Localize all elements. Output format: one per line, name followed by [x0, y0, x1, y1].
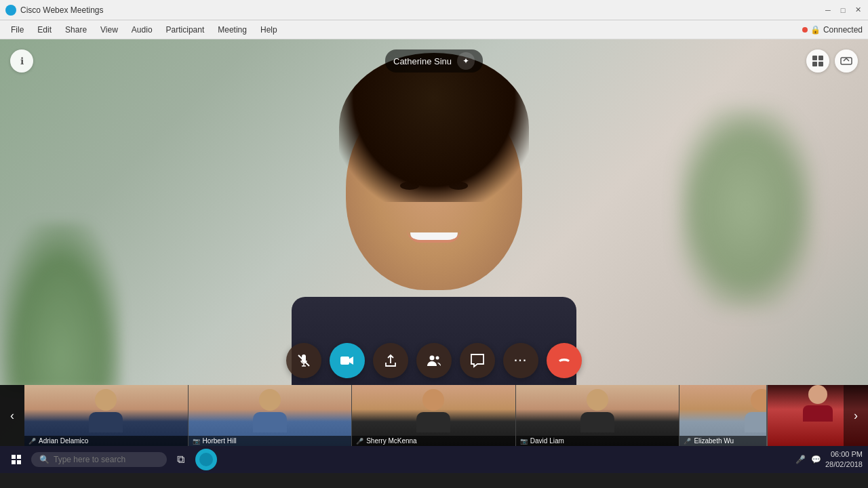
- app-icon: [5, 5, 16, 16]
- hair: [339, 53, 529, 202]
- svg-point-10: [436, 357, 439, 360]
- taskbar-icons: ⧉: [171, 449, 217, 470]
- window-controls: ─ □ ✕: [823, 5, 863, 15]
- thumb-name-5: Elizabeth Wu: [694, 437, 734, 445]
- info-button[interactable]: ℹ: [10, 49, 33, 73]
- grid-view-button[interactable]: [806, 49, 829, 73]
- thumbnail-4[interactable]: 📷 David Liam: [516, 385, 680, 446]
- speaker-name: Catherine Sinu: [393, 56, 452, 66]
- thumb-label-3: 🎤 Sherry McKenna: [352, 436, 515, 446]
- minimize-button[interactable]: ─: [823, 5, 833, 15]
- video-button[interactable]: [330, 343, 365, 378]
- more-button[interactable]: ···: [503, 343, 538, 378]
- self-head: [808, 385, 827, 404]
- svg-rect-1: [818, 56, 823, 60]
- app-title: Cisco Webex Meetings: [20, 5, 823, 15]
- thumb-mic-icon-3: 🎤: [356, 438, 363, 445]
- share-button[interactable]: [373, 343, 408, 378]
- connection-status: 🔒 Connected: [802, 25, 863, 35]
- title-bar: Cisco Webex Meetings ─ □ ✕: [0, 0, 868, 20]
- svg-point-9: [430, 356, 435, 361]
- connection-dot: [802, 27, 808, 33]
- clock-date: 28/02/2018: [825, 460, 863, 470]
- menu-bar: File Edit Share View Audio Participant M…: [0, 20, 868, 39]
- search-icon: 🔍: [39, 455, 50, 464]
- cortana-button[interactable]: [195, 449, 217, 470]
- menu-view[interactable]: View: [95, 24, 123, 36]
- svg-rect-11: [559, 355, 560, 357]
- svg-rect-3: [818, 62, 823, 66]
- thumb-name-3: Sherry McKenna: [366, 437, 416, 445]
- search-input[interactable]: [54, 455, 155, 464]
- lock-icon: 🔒: [810, 25, 821, 35]
- thumbnail-2[interactable]: 📷 Horbert Hill: [189, 385, 353, 446]
- thumbnail-3[interactable]: 🎤 Sherry McKenna: [352, 385, 516, 446]
- mute-button[interactable]: [286, 343, 321, 378]
- maximize-button[interactable]: □: [838, 5, 848, 15]
- thumbnail-1[interactable]: 🎤 Adrian Delamico: [24, 385, 189, 446]
- thumb-video-icon-4: 📷: [520, 438, 528, 445]
- thumb-label-1: 🎤 Adrian Delamico: [24, 436, 188, 446]
- thumbnail-strip: ‹ 🎤 Adrian Delamico: [0, 385, 868, 446]
- strip-next-button[interactable]: ›: [844, 385, 868, 446]
- control-bar: ···: [286, 343, 582, 378]
- menu-edit[interactable]: Edit: [32, 24, 57, 36]
- menu-share[interactable]: Share: [60, 24, 92, 36]
- svg-rect-2: [812, 62, 817, 66]
- speaker-label: Catherine Sinu ✦: [385, 49, 483, 73]
- windows-logo-icon: [12, 455, 21, 464]
- chat-button[interactable]: [460, 343, 495, 378]
- thumb-name-2: Horbert Hill: [203, 437, 237, 445]
- menu-file[interactable]: File: [5, 24, 29, 36]
- svg-rect-0: [812, 56, 817, 60]
- task-view-button[interactable]: ⧉: [171, 450, 190, 469]
- menu-meeting[interactable]: Meeting: [212, 24, 252, 36]
- tray-notifications-icon[interactable]: 💬: [811, 455, 821, 464]
- taskbar-search[interactable]: 🔍: [31, 452, 167, 467]
- spotlight-button[interactable]: ✦: [457, 52, 475, 70]
- cortana-icon: [199, 453, 213, 466]
- connection-text: Connected: [823, 25, 863, 35]
- start-button[interactable]: [5, 449, 27, 470]
- system-clock: 06:00 PM 28/02/2018: [825, 449, 863, 470]
- svg-rect-8: [340, 357, 349, 365]
- participants-button[interactable]: [416, 343, 452, 378]
- main-video-area: Catherine Sinu ✦ ℹ: [0, 39, 868, 446]
- clock-time: 06:00 PM: [825, 449, 863, 460]
- smile: [407, 229, 461, 243]
- taskbar: 🔍 ⧉ 🎤 💬 06:00 PM 28/02/2018: [0, 446, 868, 473]
- thumb-video-icon-2: 📷: [193, 438, 200, 445]
- menu-audio[interactable]: Audio: [126, 24, 158, 36]
- floating-panel-button[interactable]: [835, 49, 858, 73]
- menu-help[interactable]: Help: [255, 24, 283, 36]
- strip-prev-button[interactable]: ‹: [0, 385, 24, 446]
- end-call-button[interactable]: [547, 343, 582, 378]
- thumb-label-2: 📷 Horbert Hill: [189, 436, 352, 446]
- menu-participant[interactable]: Participant: [161, 24, 210, 36]
- top-right-controls: [806, 49, 858, 73]
- thumb-mic-icon-5: 🎤: [684, 438, 691, 445]
- tray-mic-icon: 🎤: [795, 455, 806, 464]
- thumb-name-4: David Liam: [530, 437, 564, 445]
- thumb-label-4: 📷 David Liam: [516, 436, 679, 446]
- system-tray: 🎤 💬: [795, 455, 821, 464]
- thumbnails-container: 🎤 Adrian Delamico 📷 Horbert Hill: [24, 385, 844, 446]
- thumb-name-1: Adrian Delamico: [39, 437, 88, 445]
- thumb-mic-icon-1: 🎤: [28, 438, 36, 445]
- self-body: [803, 405, 833, 422]
- close-button[interactable]: ✕: [853, 5, 863, 15]
